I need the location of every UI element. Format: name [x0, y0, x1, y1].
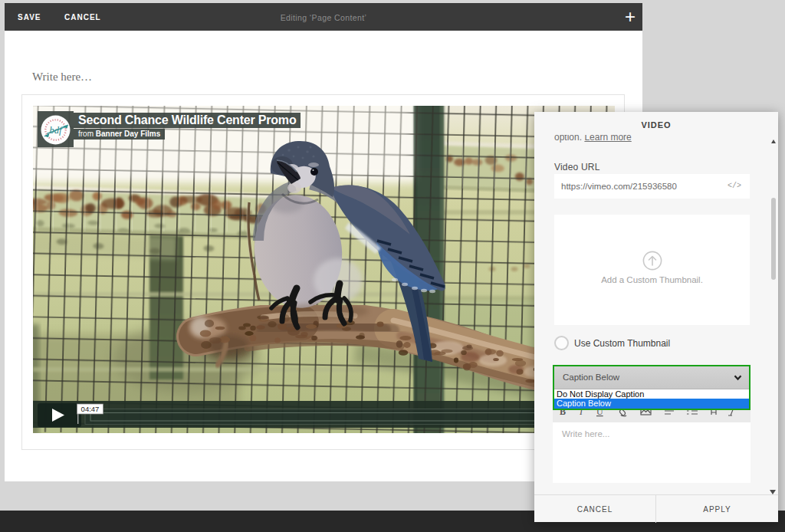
svg-text:bdf: bdf [50, 125, 64, 136]
svg-text:04:47: 04:47 [81, 405, 100, 413]
